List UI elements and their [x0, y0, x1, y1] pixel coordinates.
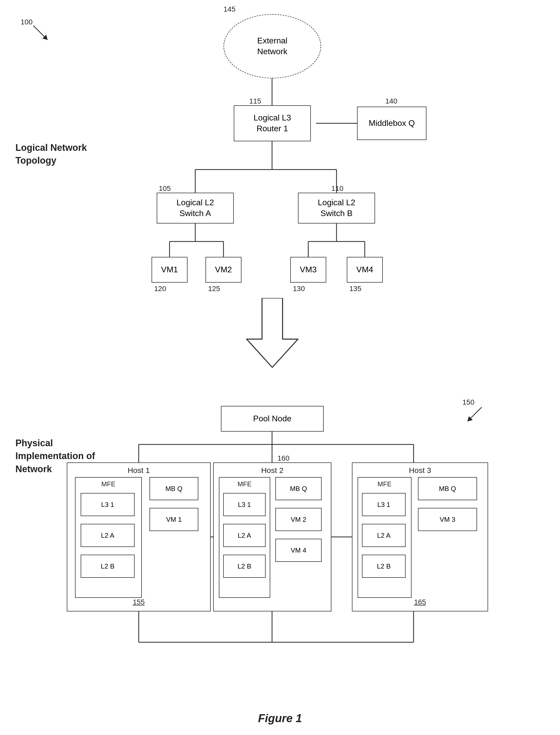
- host3-mb-q: MB Q: [418, 477, 477, 500]
- vm3-node: VM3: [290, 257, 326, 283]
- host2-l2-a: L2 A: [223, 524, 266, 547]
- host2-l2-b: L2 B: [223, 555, 266, 578]
- middlebox-q-node: Middlebox Q: [357, 107, 426, 140]
- host2-mb-q: MB Q: [275, 477, 322, 500]
- ref-135: 135: [349, 285, 361, 293]
- host3-l2-a: L2 A: [362, 524, 406, 547]
- host1-l2-b: L2 B: [81, 555, 135, 578]
- ref-165: 165: [414, 598, 426, 606]
- ref-125: 125: [208, 285, 220, 293]
- pool-node: Pool Node: [221, 406, 324, 432]
- vm4-node: VM4: [347, 257, 383, 283]
- host1-outer: Host 1 MFE L3 1 L2 A L2 B MB Q VM 1 155: [67, 462, 211, 611]
- l2-switch-b-node: Logical L2 Switch B: [298, 193, 375, 224]
- host1-mb-q: MB Q: [150, 477, 198, 500]
- l3-router-node: Logical L3 Router 1: [234, 105, 311, 141]
- host2-label: Host 2: [214, 466, 331, 475]
- ref-160: 160: [277, 454, 290, 462]
- host2-l3-1: L3 1: [223, 493, 266, 516]
- host3-l3-1: L3 1: [362, 493, 406, 516]
- host1-mfe-outer: MFE L3 1 L2 A L2 B: [75, 477, 142, 598]
- l2-switch-a-node: Logical L2 Switch A: [157, 193, 234, 224]
- host3-l2-b: L2 B: [362, 555, 406, 578]
- host3-label: Host 3: [352, 466, 488, 475]
- diagram-container: 100 External Network 145 Logical L3 Rout…: [0, 0, 560, 735]
- vm1-node: VM1: [152, 257, 188, 283]
- arrow-100: [31, 23, 51, 44]
- large-arrow-down: [241, 298, 303, 370]
- host2-vm-4: VM 4: [275, 539, 322, 562]
- ref-155: 155: [133, 598, 145, 606]
- host2-mfe-outer: MFE L3 1 L2 A L2 B: [219, 477, 270, 598]
- host3-mfe-label: MFE: [358, 480, 411, 488]
- host1-mfe-label: MFE: [76, 480, 141, 488]
- host3-outer: Host 3 MFE L3 1 L2 A L2 B MB Q VM 3 165: [352, 462, 488, 611]
- vm2-node: VM2: [206, 257, 241, 283]
- ref-110: 110: [331, 184, 343, 193]
- ref-115: 115: [249, 97, 261, 105]
- host2-outer: Host 2 MFE L3 1 L2 A L2 B MB Q VM 2 VM 4: [213, 462, 331, 611]
- ref-120: 120: [154, 285, 166, 293]
- arrow-150: [465, 405, 486, 425]
- host2-vm-2: VM 2: [275, 508, 322, 531]
- host1-l2-a: L2 A: [81, 524, 135, 547]
- figure-caption: Figure 1: [258, 712, 302, 725]
- svg-marker-31: [247, 298, 298, 367]
- host1-l3-1: L3 1: [81, 493, 135, 516]
- ref-140: 140: [385, 97, 397, 105]
- external-network-node: External Network: [223, 14, 321, 78]
- host1-vm-1: VM 1: [150, 508, 198, 531]
- ref-105: 105: [159, 184, 171, 193]
- host3-mfe-outer: MFE L3 1 L2 A L2 B: [358, 477, 412, 598]
- host2-mfe-label: MFE: [219, 480, 270, 488]
- logical-network-topology-label: Logical Network Topology: [15, 141, 87, 167]
- ref-130: 130: [293, 285, 305, 293]
- host3-vm-3: VM 3: [418, 508, 477, 531]
- host1-label: Host 1: [67, 466, 210, 475]
- ref-145: 145: [223, 5, 236, 13]
